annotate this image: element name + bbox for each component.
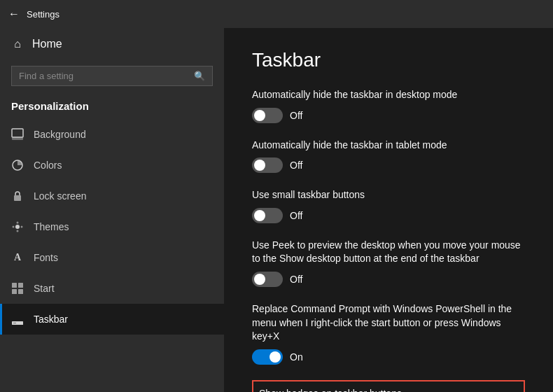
toggle-small-buttons-knob <box>254 210 265 221</box>
sidebar-item-background[interactable]: Background <box>0 119 224 150</box>
svg-rect-1 <box>12 137 23 140</box>
sidebar-item-themes-label: Themes <box>34 221 69 232</box>
setting-peek-label: Use Peek to preview the desktop when you… <box>252 239 525 266</box>
sidebar-item-background-label: Background <box>34 129 86 140</box>
start-icon <box>11 282 24 295</box>
setting-badges: Show badges on taskbar buttons On <box>252 380 525 392</box>
svg-rect-14 <box>13 323 16 323</box>
svg-rect-3 <box>14 195 21 201</box>
home-icon: ⌂ <box>11 38 24 50</box>
toggle-peek[interactable] <box>252 272 283 287</box>
themes-icon <box>11 220 24 233</box>
toggle-hide-tablet-state: Off <box>290 160 302 171</box>
svg-point-7 <box>13 226 15 228</box>
lock-screen-icon <box>11 190 24 202</box>
toggle-hide-desktop-knob <box>254 110 265 121</box>
toggle-small-buttons-state: Off <box>290 210 302 221</box>
svg-rect-12 <box>18 289 23 294</box>
sidebar-item-themes[interactable]: Themes <box>0 211 224 242</box>
sidebar-item-colors-label: Colors <box>34 160 62 171</box>
toggle-hide-tablet[interactable] <box>252 158 283 173</box>
svg-rect-9 <box>12 283 17 288</box>
search-box: 🔍 <box>11 66 213 86</box>
setting-hide-tablet: Automatically hide the taskbar in tablet… <box>252 139 525 174</box>
back-button[interactable]: ← <box>8 8 20 20</box>
setting-small-buttons-label: Use small taskbar buttons <box>252 188 525 202</box>
setting-powershell-label: Replace Command Prompt with Windows Powe… <box>252 302 525 344</box>
toggle-hide-desktop[interactable] <box>252 108 283 123</box>
toggle-powershell[interactable] <box>252 349 283 365</box>
sidebar-item-start[interactable]: Start <box>0 273 224 304</box>
page-title: Taskbar <box>252 49 525 71</box>
toggle-powershell-knob <box>270 351 281 363</box>
svg-point-4 <box>15 225 20 229</box>
colors-icon <box>11 159 24 172</box>
content-area: Taskbar Automatically hide the taskbar i… <box>224 28 553 392</box>
title-bar: ← Settings <box>0 0 553 28</box>
svg-rect-0 <box>12 129 23 137</box>
svg-point-5 <box>17 222 19 224</box>
setting-peek-toggle-row: Off <box>252 272 525 287</box>
setting-powershell: Replace Command Prompt with Windows Powe… <box>252 302 525 365</box>
toggle-peek-knob <box>254 274 265 285</box>
search-icon: 🔍 <box>194 71 205 81</box>
svg-point-6 <box>17 230 19 232</box>
svg-rect-11 <box>12 289 17 294</box>
sidebar-item-home[interactable]: ⌂ Home <box>0 28 224 60</box>
setting-powershell-toggle-row: On <box>252 349 525 365</box>
toggle-small-buttons[interactable] <box>252 208 283 223</box>
setting-hide-desktop-label: Automatically hide the taskbar in deskto… <box>252 88 525 102</box>
setting-badges-label: Show badges on taskbar buttons <box>259 387 518 392</box>
setting-hide-desktop: Automatically hide the taskbar in deskto… <box>252 88 525 123</box>
taskbar-icon <box>11 313 24 326</box>
toggle-hide-desktop-state: Off <box>290 110 302 121</box>
fonts-icon: A <box>11 251 24 264</box>
sidebar: ⌂ Home 🔍 Personalization Background <box>0 28 224 392</box>
sidebar-item-fonts[interactable]: A Fonts <box>0 242 224 273</box>
toggle-powershell-state: On <box>290 351 303 363</box>
sidebar-item-lock-screen-label: Lock screen <box>34 190 86 202</box>
search-input[interactable] <box>19 71 188 81</box>
sidebar-item-colors[interactable]: Colors <box>0 150 224 181</box>
setting-hide-tablet-label: Automatically hide the taskbar in tablet… <box>252 139 525 153</box>
setting-small-buttons-toggle-row: Off <box>252 208 525 223</box>
main-layout: ⌂ Home 🔍 Personalization Background <box>0 28 553 392</box>
background-icon <box>11 128 24 141</box>
setting-small-buttons: Use small taskbar buttons Off <box>252 188 525 223</box>
svg-point-8 <box>21 226 23 228</box>
sidebar-item-taskbar[interactable]: Taskbar <box>0 304 224 335</box>
sidebar-item-lock-screen[interactable]: Lock screen <box>0 181 224 211</box>
sidebar-home-label: Home <box>32 38 62 50</box>
setting-hide-desktop-toggle-row: Off <box>252 108 525 123</box>
sidebar-item-start-label: Start <box>34 283 55 294</box>
sidebar-item-taskbar-label: Taskbar <box>34 314 68 325</box>
setting-peek: Use Peek to preview the desktop when you… <box>252 239 525 287</box>
toggle-hide-tablet-knob <box>254 160 265 171</box>
sidebar-section-title: Personalization <box>0 94 224 119</box>
svg-rect-10 <box>18 283 23 288</box>
toggle-peek-state: Off <box>290 274 302 285</box>
title-bar-title: Settings <box>27 9 59 20</box>
sidebar-item-fonts-label: Fonts <box>34 252 58 263</box>
setting-hide-tablet-toggle-row: Off <box>252 158 525 173</box>
